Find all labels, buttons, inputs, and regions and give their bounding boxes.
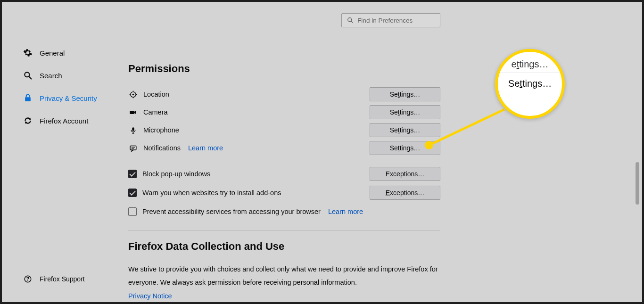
prevent-accessibility-label: Prevent accessibility services from acce… (142, 208, 321, 215)
main-content: Permissions Location Settings… Camera Se… (128, 2, 440, 300)
data-collection-description: We strive to provide you with choices an… (128, 263, 440, 289)
permission-label: Notifications (143, 144, 181, 152)
popups-exceptions-button[interactable]: Exceptions… (370, 167, 440, 181)
microphone-icon (128, 125, 138, 135)
permission-row-notifications: Notifications Learn more Settings… (128, 139, 440, 157)
svg-rect-17 (130, 146, 136, 150)
location-settings-button[interactable]: Settings… (370, 87, 440, 101)
sidebar-item-label: Search (40, 72, 62, 80)
sync-icon (23, 115, 33, 126)
notifications-learn-more-link[interactable]: Learn more (188, 144, 223, 152)
search-icon (23, 70, 33, 81)
sidebar-item-search[interactable]: Search (23, 64, 117, 87)
callout-main-text: Settings… (498, 73, 562, 95)
prevent-accessibility-checkbox[interactable] (128, 207, 137, 216)
svg-rect-13 (130, 110, 134, 114)
sidebar-item-label: General (40, 49, 65, 57)
svg-point-8 (132, 93, 134, 95)
svg-rect-4 (25, 97, 31, 101)
svg-rect-14 (132, 127, 134, 131)
callout-magnifier: ettings… Settings… (495, 49, 565, 119)
support-label: Firefox Support (40, 275, 85, 283)
firefox-support-link[interactable]: Firefox Support (23, 274, 85, 284)
camera-icon (128, 107, 138, 117)
svg-point-6 (27, 280, 28, 281)
data-collection-heading: Firefox Data Collection and Use (128, 240, 440, 253)
prevent-accessibility-row: Prevent accessibility services from acce… (128, 202, 440, 221)
permission-row-location: Location Settings… (128, 85, 440, 103)
warn-addons-checkbox[interactable] (128, 189, 137, 197)
sidebar-nav: General Search Privacy & Security Firefo… (23, 41, 117, 132)
sidebar-item-privacy-security[interactable]: Privacy & Security (23, 87, 117, 109)
block-popups-checkbox[interactable] (128, 170, 137, 178)
svg-line-3 (29, 77, 32, 79)
privacy-notice-link[interactable]: Privacy Notice (128, 292, 172, 300)
scrollbar-thumb[interactable] (636, 162, 639, 205)
callout-top-text: ettings… (498, 59, 562, 73)
permission-row-microphone: Microphone Settings… (128, 121, 440, 139)
sidebar-item-firefox-account[interactable]: Firefox Account (23, 109, 117, 132)
permission-label: Location (143, 90, 169, 98)
help-icon (23, 274, 33, 284)
divider (128, 53, 440, 53)
sidebar-item-label: Firefox Account (40, 117, 88, 125)
block-popups-row: Block pop-up windows Exceptions… (128, 164, 440, 183)
warn-addons-label: Warn you when websites try to install ad… (142, 189, 281, 197)
gear-icon (23, 48, 33, 58)
sidebar-item-label: Privacy & Security (40, 94, 97, 102)
warn-addons-row: Warn you when websites try to install ad… (128, 183, 440, 202)
sidebar-item-general[interactable]: General (23, 41, 117, 64)
permissions-heading: Permissions (128, 63, 440, 75)
permission-row-camera: Camera Settings… (128, 103, 440, 121)
divider (128, 230, 440, 231)
lock-icon (23, 93, 33, 103)
camera-settings-button[interactable]: Settings… (370, 105, 440, 119)
notifications-icon (128, 143, 138, 153)
location-icon (128, 90, 138, 99)
block-popups-label: Block pop-up windows (142, 170, 210, 178)
addons-exceptions-button[interactable]: Exceptions… (370, 186, 440, 200)
permission-label: Microphone (143, 126, 179, 134)
callout-anchor-dot (425, 141, 433, 149)
accessibility-learn-more-link[interactable]: Learn more (328, 208, 363, 215)
permission-label: Camera (143, 108, 168, 116)
microphone-settings-button[interactable]: Settings… (370, 123, 440, 137)
